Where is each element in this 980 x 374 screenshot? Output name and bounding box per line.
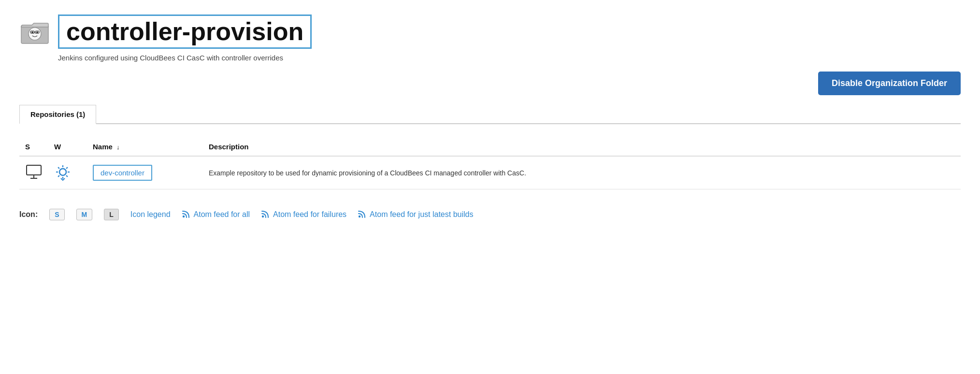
svg-point-19 xyxy=(182,215,184,217)
tab-repositories[interactable]: Repositories (1) xyxy=(19,105,96,124)
size-large-button[interactable]: L xyxy=(104,209,119,220)
svg-point-10 xyxy=(59,169,66,175)
icon-label: Icon: xyxy=(19,210,38,219)
footer: Icon: S M L Icon legend Atom feed for al… xyxy=(19,204,961,225)
table-header-row: S W Name ↓ Description xyxy=(19,138,961,156)
repo-link[interactable]: dev-controller xyxy=(93,165,152,181)
page-container: controller-provision Jenkins configured … xyxy=(0,0,980,374)
name-cell[interactable]: dev-controller xyxy=(87,156,203,189)
page-title: controller-provision xyxy=(58,14,312,49)
rss-failures-icon xyxy=(261,209,270,220)
col-header-description: Description xyxy=(203,138,961,156)
svg-line-18 xyxy=(58,175,59,177)
top-actions: Disable Organization Folder xyxy=(19,72,961,95)
folder-icon xyxy=(19,16,50,47)
repositories-table: S W Name ↓ Description xyxy=(19,138,961,189)
icon-legend-link[interactable]: Icon legend xyxy=(130,210,171,219)
rss-latest-icon xyxy=(358,209,367,220)
table-row: dev-controller Example repository to be … xyxy=(19,156,961,189)
svg-point-20 xyxy=(262,215,264,217)
svg-line-15 xyxy=(58,167,59,169)
size-small-button[interactable]: S xyxy=(49,209,64,220)
size-medium-button[interactable]: M xyxy=(76,209,93,220)
atom-feed-latest-link[interactable]: Atom feed for just latest builds xyxy=(358,209,473,220)
col-header-name[interactable]: Name ↓ xyxy=(87,138,203,156)
page-header: controller-provision xyxy=(19,14,961,49)
page-subtitle: Jenkins configured using CloudBees CI Ca… xyxy=(58,54,961,62)
svg-point-1 xyxy=(29,28,41,40)
weather-sun-icon xyxy=(54,163,72,181)
svg-line-17 xyxy=(66,167,68,169)
svg-point-21 xyxy=(359,215,360,217)
tabs-container: Repositories (1) xyxy=(19,104,961,124)
col-header-w: W xyxy=(48,138,87,156)
atom-feed-all-link[interactable]: Atom feed for all xyxy=(182,209,250,220)
weather-cell xyxy=(48,156,87,189)
status-cell xyxy=(19,156,48,189)
svg-line-16 xyxy=(66,175,68,177)
rss-all-icon xyxy=(182,209,191,220)
atom-feed-failures-link[interactable]: Atom feed for failures xyxy=(261,209,346,220)
description-cell: Example repository to be used for dynami… xyxy=(203,156,961,189)
monitor-icon xyxy=(25,163,43,181)
sort-arrow-icon: ↓ xyxy=(116,144,120,151)
svg-rect-7 xyxy=(27,165,41,175)
disable-org-folder-button[interactable]: Disable Organization Folder xyxy=(818,72,961,95)
col-header-s: S xyxy=(19,138,48,156)
